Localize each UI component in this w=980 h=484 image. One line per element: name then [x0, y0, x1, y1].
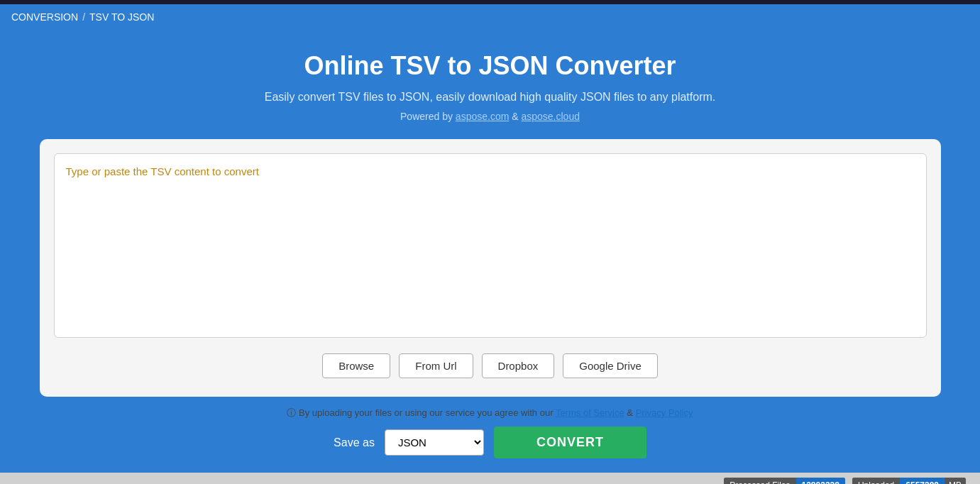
breadcrumb-separator: / [82, 11, 85, 23]
terms-of-service-link[interactable]: Terms of Service [556, 407, 624, 418]
page-title: Online TSV to JSON Converter [304, 51, 676, 81]
browse-button[interactable]: Browse [322, 353, 390, 378]
dropbox-button[interactable]: Dropbox [482, 353, 555, 378]
terms-icon: ⓘ [287, 407, 299, 418]
from-url-button[interactable]: From Url [399, 353, 473, 378]
breadcrumb-current: TSV TO JSON [89, 11, 154, 23]
format-select[interactable]: JSON CSV XML HTML [385, 429, 484, 456]
text-input-area[interactable]: Type or paste the TSV content to convert [54, 153, 927, 338]
processed-files-label: Processed Files [724, 478, 795, 484]
terms-prefix: By uploading your files or using our ser… [299, 407, 553, 418]
uploaded-unit: MB [945, 478, 966, 484]
convert-button[interactable]: CONVERT [494, 427, 646, 458]
powered-by-amp: & [512, 111, 518, 122]
terms-row: ⓘ By uploading your files or using our s… [287, 407, 693, 419]
breadcrumb: CONVERSION / TSV TO JSON [0, 4, 980, 30]
main-content: Online TSV to JSON Converter Easily conv… [0, 30, 980, 473]
processed-files-value: 13803338 [796, 478, 845, 484]
uploaded-label: Uploaded [852, 478, 900, 484]
processed-files-badge: Processed Files 13803338 [724, 478, 845, 484]
text-input-placeholder: Type or paste the TSV content to convert [66, 165, 259, 177]
file-buttons-row: Browse From Url Dropbox Google Drive [54, 349, 927, 383]
breadcrumb-conversion-link[interactable]: CONVERSION [11, 11, 78, 23]
powered-by: Powered by aspose.com & aspose.cloud [400, 111, 580, 122]
aspose-com-link[interactable]: aspose.com [456, 111, 509, 122]
upload-card: Type or paste the TSV content to convert… [40, 139, 941, 397]
page-subtitle: Easily convert TSV files to JSON, easily… [265, 91, 716, 104]
aspose-cloud-link[interactable]: aspose.cloud [521, 111, 580, 122]
uploaded-badge: Uploaded 6557399 MB [852, 478, 966, 484]
save-as-label: Save as [334, 436, 375, 449]
footer-stats-bar: Processed Files 13803338 Uploaded 655739… [0, 473, 980, 484]
terms-and: & [627, 407, 635, 418]
google-drive-button[interactable]: Google Drive [563, 353, 658, 378]
privacy-policy-link[interactable]: Privacy Policy [636, 407, 693, 418]
uploaded-value: 6557399 [900, 478, 945, 484]
powered-by-prefix: Powered by [400, 111, 453, 122]
convert-row: Save as JSON CSV XML HTML CONVERT [334, 427, 646, 458]
